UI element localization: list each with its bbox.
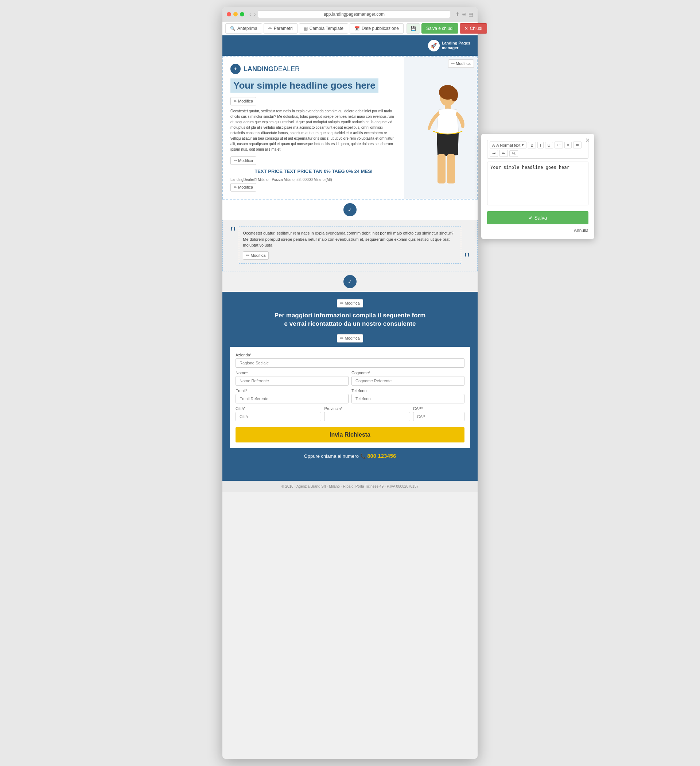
list2-button[interactable]: ≣ xyxy=(573,141,581,149)
salva-chiudi-button[interactable]: Salva e chiudi xyxy=(422,23,458,33)
cap-field: CAP* xyxy=(413,406,465,424)
italic-button[interactable]: I xyxy=(537,142,544,149)
calendar-icon: 📅 xyxy=(354,26,360,31)
list1-button[interactable]: ≡ xyxy=(564,142,572,149)
browser-window: ‹ › app.landingpagesmanager.com ⬆ ⊕ ▤ 🔍 … xyxy=(223,7,477,759)
telefono-field: Telefono xyxy=(351,388,465,406)
add-tab-icon[interactable]: ⊕ xyxy=(462,11,466,17)
nome-field: Nome* xyxy=(235,370,349,388)
back-arrow[interactable]: ‹ xyxy=(250,11,251,17)
testimonial-section: " Occatestet quatur, seditatur rem natis… xyxy=(223,220,477,271)
parametri-button[interactable]: ✏ Parametri xyxy=(264,23,297,33)
submit-button[interactable]: Invia Richiesta xyxy=(235,427,465,442)
lp-bottom-bar xyxy=(223,466,477,481)
telefono-label: Telefono xyxy=(351,388,465,393)
style-select[interactable]: A A Normal text ▾ xyxy=(490,141,526,149)
modifica-headline-button[interactable]: ✏ Modifica xyxy=(231,97,256,105)
underline-button[interactable]: U xyxy=(545,142,553,149)
quote-open: " xyxy=(230,226,236,238)
email-telefono-row: Email* Telefono xyxy=(235,388,465,406)
popup-toolbar: A A Normal text ▾ B I U ↩ ≡ ≣ ⇥ ⇤ % xyxy=(487,140,588,159)
telefono-input[interactable] xyxy=(351,394,465,404)
testimonial-text: Occatestet quatur, seditatur rem natis i… xyxy=(239,226,461,264)
close-x-icon: ✕ xyxy=(465,26,468,31)
provincia-label: Provincia* xyxy=(324,406,410,411)
azienda-label: Azienda* xyxy=(235,353,465,357)
forward-arrow[interactable]: › xyxy=(254,11,256,17)
form-section: ✏ Modifica Per maggiori informazioni com… xyxy=(223,292,477,467)
provincia-input[interactable] xyxy=(324,412,410,421)
email-label: Email* xyxy=(235,388,349,393)
lp-footer: © 2016 - Agenzia Brand Srl - Milano - Ri… xyxy=(223,481,477,492)
pencil-icon: ✏ xyxy=(268,26,272,31)
browser-url-bar[interactable]: app.landingpagesmanager.com xyxy=(258,10,450,18)
form-heading: Per maggiori informazioni compila il seg… xyxy=(230,311,470,329)
search-icon: 🔍 xyxy=(230,26,235,31)
dot-yellow[interactable] xyxy=(233,12,238,16)
svg-point-3 xyxy=(450,88,458,101)
indent-button[interactable]: ⇥ xyxy=(490,150,498,157)
nome-input[interactable] xyxy=(235,376,349,386)
phone-number: 800 123456 xyxy=(367,453,396,459)
azienda-input[interactable] xyxy=(235,358,465,368)
modifica-testimonial-button[interactable]: ✏ Modifica xyxy=(243,251,269,260)
share-icon[interactable]: ⬆ xyxy=(455,11,460,17)
text-style-icon: A xyxy=(492,143,495,147)
modifica-address-button[interactable]: ✏ Modifica xyxy=(231,183,256,192)
chevron-circle-1[interactable]: ✓ xyxy=(343,203,357,216)
link-button[interactable]: % xyxy=(509,150,518,157)
citta-field: Città* xyxy=(235,406,321,424)
modifica-body-button[interactable]: ✏ Modifica xyxy=(231,157,256,165)
modifica-image-button[interactable]: ✏ Modifica xyxy=(448,59,474,68)
browser-nav: ‹ › xyxy=(250,11,256,17)
citta-label: Città* xyxy=(235,406,321,411)
anteprima-button[interactable]: 🔍 Anteprima xyxy=(225,23,262,33)
chiudi-button[interactable]: ✕ Chiudi xyxy=(460,23,487,33)
citta-row: Città* Provincia* CAP* xyxy=(235,406,465,424)
bold-button[interactable]: B xyxy=(528,142,536,149)
cognome-field: Cognome* xyxy=(351,370,465,388)
chevron-down-2[interactable]: ✓ xyxy=(223,271,477,292)
hero-section: ✈ LANDINGDEALER Your simple headline goe… xyxy=(223,56,477,199)
hero-content: ✈ LANDINGDEALER Your simple headline goe… xyxy=(223,57,404,199)
cap-input[interactable] xyxy=(413,412,465,421)
header-logo: 🚀 Landing Pages manager xyxy=(428,40,470,51)
hero-headline: Your simple headline goes here xyxy=(231,78,378,93)
outdent-button[interactable]: ⇤ xyxy=(499,150,508,157)
dot-green[interactable] xyxy=(240,12,244,16)
browser-actions: ⬆ ⊕ ▤ xyxy=(455,11,473,17)
popup-editor: ✕ A A Normal text ▾ B I U ↩ ≡ ≣ ⇥ ⇤ % Yo… xyxy=(481,134,594,239)
email-field: Email* xyxy=(235,388,349,406)
popup-save-button[interactable]: ✔ Salva xyxy=(487,211,588,224)
svg-rect-5 xyxy=(438,154,446,184)
floppy-icon: 💾 xyxy=(411,26,416,31)
logo-text: Landing Pages manager xyxy=(442,41,470,50)
dot-red[interactable] xyxy=(227,12,231,16)
icon-save-button[interactable]: 💾 xyxy=(406,23,420,33)
popup-cancel-button[interactable]: Annulla xyxy=(487,228,588,233)
cognome-input[interactable] xyxy=(351,376,465,386)
phone-line: Oppure chiama al numero 📞 800 123456 xyxy=(230,453,470,459)
popup-close-button[interactable]: ✕ xyxy=(585,137,590,144)
chevron-circle-2[interactable]: ✓ xyxy=(343,275,357,288)
lp-header: 🚀 Landing Pages manager xyxy=(223,35,477,56)
email-input[interactable] xyxy=(235,394,349,404)
popup-text-area[interactable]: Your simple headline goes hear xyxy=(487,161,588,205)
landing-page-container: 🚀 Landing Pages manager ✈ LANDINGDEALER … xyxy=(223,35,477,492)
nome-cognome-row: Nome* Cognome* xyxy=(235,370,465,388)
cambia-template-button[interactable]: ▦ Cambia Template xyxy=(299,23,348,33)
date-pubblicazione-button[interactable]: 📅 Date pubblicazione xyxy=(350,23,404,33)
svg-rect-6 xyxy=(447,154,455,184)
brand-icon: ✈ xyxy=(231,64,241,74)
brand-logo: ✈ LANDINGDEALER xyxy=(231,64,397,74)
sidebar-icon[interactable]: ▤ xyxy=(468,11,473,17)
chevron-down-1[interactable]: ✓ xyxy=(223,199,477,220)
citta-input[interactable] xyxy=(235,412,321,421)
modifica-form-heading-button[interactable]: ✏ Modifica xyxy=(337,334,363,342)
nome-label: Nome* xyxy=(235,370,349,375)
cognome-label: Cognome* xyxy=(351,370,465,375)
undo-button[interactable]: ↩ xyxy=(555,141,563,149)
grid-icon: ▦ xyxy=(304,26,308,31)
hero-body-text: Occatestet quatur, seditatur rem natis i… xyxy=(231,108,397,152)
modifica-form-button[interactable]: ✏ Modifica xyxy=(337,299,363,307)
